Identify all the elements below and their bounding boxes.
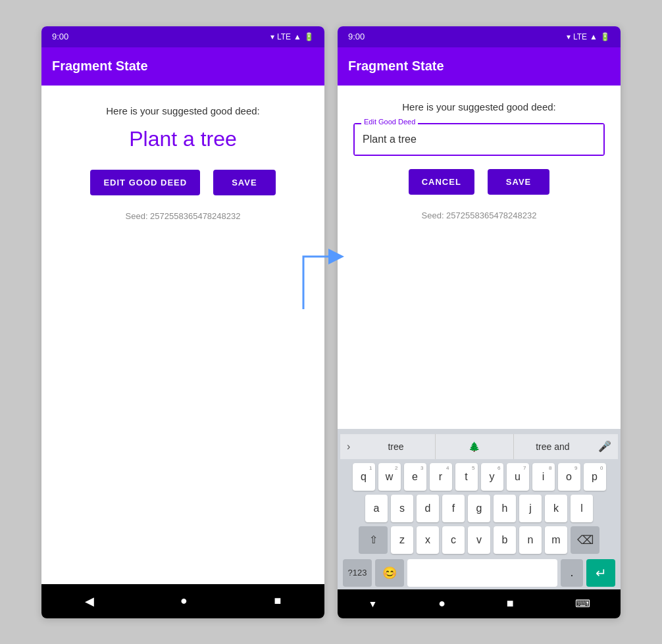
key-c[interactable]: c xyxy=(442,526,465,554)
keyboard: › tree 🌲 tree and 🎤 1q 2w 3e 4r 5t 6y xyxy=(338,429,621,589)
cancel-button[interactable]: CANCEL xyxy=(409,169,474,195)
chevron-icon[interactable]: › xyxy=(340,441,357,453)
key-f[interactable]: f xyxy=(442,495,465,522)
suggestion-label-2: Here is your suggested good deed: xyxy=(402,101,556,112)
suggestions-list: tree 🌲 tree and xyxy=(357,434,592,459)
key-g[interactable]: g xyxy=(468,495,490,522)
key-t[interactable]: 5t xyxy=(455,463,478,491)
key-z[interactable]: z xyxy=(391,526,413,554)
key-a[interactable]: a xyxy=(365,495,388,522)
seed-text-1: Seed: 2572558365478248232 xyxy=(126,211,241,221)
key-n[interactable]: n xyxy=(519,526,542,554)
phone1-content: Here is your suggested good deed: Plant … xyxy=(41,86,324,584)
shift-key[interactable]: ⇧ xyxy=(359,526,388,554)
suggestion-tree-emoji[interactable]: 🌲 xyxy=(436,434,514,459)
keyboard-suggestions: › tree 🌲 tree and 🎤 xyxy=(340,434,618,459)
key-d[interactable]: d xyxy=(417,495,439,522)
wifi-icon: ▾ xyxy=(270,32,274,41)
phone-1: 9:00 ▾ LTE ▲ 🔋 Fragment State Here is yo… xyxy=(41,26,324,618)
key-v[interactable]: v xyxy=(468,526,490,554)
edit-good-deed-button[interactable]: EDIT GOOD DEED xyxy=(90,170,200,195)
delete-key[interactable]: ⌫ xyxy=(571,526,599,554)
deed-text-1: Plant a tree xyxy=(129,127,237,151)
key-r[interactable]: 4r xyxy=(430,463,452,491)
kbd-row-1: 1q 2w 3e 4r 5t 6y 7u 8i 9o 0p xyxy=(343,463,615,491)
edit-field-label: Edit Good Deed xyxy=(361,118,418,126)
button-row-1: EDIT GOOD DEED SAVE xyxy=(90,170,275,195)
edit-good-deed-input[interactable] xyxy=(355,124,603,155)
nav-bar-1: ◀ ● ■ xyxy=(41,584,324,618)
key-h[interactable]: h xyxy=(494,495,516,522)
lte-label-1: LTE xyxy=(277,32,291,41)
kbd-bottom-row: ?123 😊 . ↵ xyxy=(343,559,615,587)
toolbar-1: Fragment State xyxy=(41,47,324,86)
key-x[interactable]: x xyxy=(417,526,439,554)
kbd-row-2: a s d f g h j k l xyxy=(343,495,615,522)
keyboard-button[interactable]: ⌨ xyxy=(575,597,590,610)
space-key[interactable] xyxy=(407,559,557,587)
home-button-2[interactable]: ● xyxy=(438,597,446,610)
enter-key[interactable]: ↵ xyxy=(586,559,615,587)
key-j[interactable]: j xyxy=(519,495,542,522)
kbd-row-3: ⇧ z x c v b n m ⌫ xyxy=(343,526,615,554)
key-y[interactable]: 6y xyxy=(481,463,503,491)
wifi-icon-2: ▾ xyxy=(567,32,571,41)
key-s[interactable]: s xyxy=(391,495,413,522)
mic-icon[interactable]: 🎤 xyxy=(592,440,618,453)
status-icons-1: ▾ LTE ▲ 🔋 xyxy=(270,32,314,41)
save-button-1[interactable]: SAVE xyxy=(213,170,275,195)
signal-icon-2: ▲ xyxy=(590,32,598,41)
emoji-key[interactable]: 😊 xyxy=(375,559,404,587)
edit-field-wrapper: Edit Good Deed xyxy=(353,123,605,156)
home-button-1[interactable]: ● xyxy=(180,594,188,608)
battery-icon-2: 🔋 xyxy=(600,32,610,41)
key-m[interactable]: m xyxy=(545,526,567,554)
toolbar-title-1: Fragment State xyxy=(52,59,148,74)
save-button-2[interactable]: SAVE xyxy=(488,169,549,195)
signal-icon: ▲ xyxy=(293,32,301,41)
status-bar-2: 9:00 ▾ LTE ▲ 🔋 xyxy=(338,26,621,47)
key-w[interactable]: 2w xyxy=(378,463,401,491)
time-2: 9:00 xyxy=(348,32,365,41)
nav-bar-2: ▼ ● ■ ⌨ xyxy=(338,589,621,618)
phone-2: 9:00 ▾ LTE ▲ 🔋 Fragment State Here is yo… xyxy=(338,26,621,618)
phone2-content: Here is your suggested good deed: Edit G… xyxy=(338,86,621,429)
back-button-2[interactable]: ▼ xyxy=(368,599,377,609)
key-e[interactable]: 3e xyxy=(404,463,426,491)
keyboard-rows: 1q 2w 3e 4r 5t 6y 7u 8i 9o 0p a s d f xyxy=(340,463,618,587)
seed-text-2: Seed: 2572558365478248232 xyxy=(422,211,537,220)
key-o[interactable]: 9o xyxy=(558,463,580,491)
toolbar-title-2: Fragment State xyxy=(348,59,444,74)
status-bar-1: 9:00 ▾ LTE ▲ 🔋 xyxy=(41,26,324,47)
toolbar-2: Fragment State xyxy=(338,47,621,86)
lte-label-2: LTE xyxy=(573,32,587,41)
battery-icon: 🔋 xyxy=(304,32,314,41)
back-button-1[interactable]: ◀ xyxy=(85,594,94,608)
key-b[interactable]: b xyxy=(494,526,516,554)
dot-key[interactable]: . xyxy=(561,559,583,587)
suggestion-tree[interactable]: tree xyxy=(357,434,435,459)
time-1: 9:00 xyxy=(52,32,68,41)
suggestion-label-1: Here is your suggested good deed: xyxy=(106,105,260,116)
button-row-2: CANCEL SAVE xyxy=(409,169,550,195)
key-p[interactable]: 0p xyxy=(584,463,606,491)
key-u[interactable]: 7u xyxy=(507,463,529,491)
recent-button-1[interactable]: ■ xyxy=(274,594,281,608)
recent-button-2[interactable]: ■ xyxy=(507,597,514,610)
num-key[interactable]: ?123 xyxy=(343,559,372,587)
status-icons-2: ▾ LTE ▲ 🔋 xyxy=(567,32,610,41)
key-q[interactable]: 1q xyxy=(353,463,375,491)
key-k[interactable]: k xyxy=(545,495,567,522)
suggestion-tree-and[interactable]: tree and xyxy=(514,434,592,459)
key-i[interactable]: 8i xyxy=(532,463,555,491)
key-l[interactable]: l xyxy=(571,495,593,522)
